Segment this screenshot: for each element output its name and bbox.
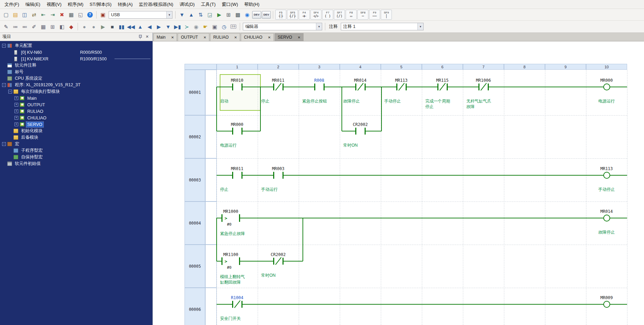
step-over-button[interactable]: ▶▮	[173, 22, 182, 31]
expand-icon[interactable]: +	[14, 103, 18, 107]
fkey-sf4-button[interactable]: SF4⊣/⊢	[310, 10, 321, 20]
tree-item-6[interactable]: −程序: XL_20191209_V15_R12_3T	[0, 82, 152, 88]
tree-item-17[interactable]: 自保持型宏	[0, 154, 152, 160]
continue-button[interactable]: ≻	[182, 22, 191, 31]
collapse-icon[interactable]: −	[8, 90, 12, 93]
tree-item-18[interactable]: 软元件初始值	[0, 160, 152, 167]
tree-item-10[interactable]: +RULIAO	[0, 108, 152, 115]
delete-row-button[interactable]: ≕	[20, 22, 29, 31]
print-button[interactable]: ▦	[67, 10, 76, 19]
coil-MR113[interactable]	[603, 172, 610, 179]
coil-MR009[interactable]	[603, 301, 610, 308]
capture-button[interactable]: ◧	[58, 22, 66, 31]
fkey-f8-button[interactable]: F8▭	[346, 10, 357, 20]
pin-icon[interactable]	[137, 34, 143, 40]
file-convert-button[interactable]: ⇄	[30, 10, 38, 19]
new-file-button[interactable]: ▢	[2, 10, 10, 19]
batch-monitor-button[interactable]: ▩	[234, 10, 242, 19]
compare-contact-MR1000[interactable]: >	[221, 214, 240, 222]
collapse-icon[interactable]: −	[2, 142, 6, 146]
dev-button-2[interactable]: DEV	[262, 11, 271, 19]
record-1-button[interactable]: ●	[80, 22, 89, 31]
overlap-button[interactable]: ▣	[210, 22, 219, 31]
record-2-button[interactable]: ●	[89, 22, 98, 31]
connection-combo[interactable]: USB▾	[109, 11, 172, 19]
fkey-sf7-button[interactable]: SF7(/)	[334, 10, 345, 20]
collapse-icon[interactable]: −	[2, 83, 6, 87]
nc-contact-MR113[interactable]	[396, 83, 407, 90]
nc-contact-MR011[interactable]	[273, 83, 284, 90]
run-button[interactable]: ▶	[99, 22, 107, 31]
tree-item-3[interactable]: 软元件注释	[0, 62, 152, 69]
menu-item-7[interactable]: 调试(D)	[176, 0, 198, 9]
fkey-f7-button[interactable]: F7( )	[322, 10, 333, 20]
nc-contact-MR115[interactable]	[437, 83, 448, 90]
monitor-button[interactable]: ◲	[206, 10, 214, 19]
menu-item-4[interactable]: ST/脚本(S)	[87, 0, 115, 9]
delete-button[interactable]: ✖	[58, 10, 66, 19]
verify-button[interactable]: ⇅	[196, 10, 205, 19]
expand-icon[interactable]: +	[14, 122, 18, 126]
expand-icon[interactable]: +	[14, 96, 18, 100]
coil-MR000[interactable]	[603, 83, 610, 90]
tab-output[interactable]: OUTPUT✕	[178, 33, 209, 41]
tree-item-0[interactable]: −单元配置	[0, 42, 152, 49]
ladder-editor[interactable]: 1234567891000001000020000300004000050000…	[153, 41, 644, 325]
fkey-f4-button[interactable]: F4⊣⊢	[299, 10, 310, 20]
close-icon[interactable]: ✕	[204, 36, 206, 39]
menu-item-1[interactable]: 编辑(E)	[22, 0, 43, 9]
file-export-button[interactable]: ⇥	[48, 10, 57, 19]
tree-item-11[interactable]: +CHULIAO	[0, 115, 152, 121]
menu-item-5[interactable]: 转换(A)	[115, 0, 136, 9]
close-icon[interactable]: ✕	[171, 36, 174, 39]
tab-chuliao[interactable]: CHULIAO✕	[241, 33, 274, 41]
fkey-sf5-button[interactable]: SF5┤/├	[287, 10, 298, 20]
tree-item-1[interactable]: [0] KV-N60R000/R500	[0, 49, 152, 56]
no-contact-MR010[interactable]	[232, 83, 242, 90]
close-icon[interactable]: ✕	[268, 36, 271, 39]
timer-button[interactable]: ◷	[220, 22, 228, 31]
device-monitor-button[interactable]: ◉	[243, 10, 251, 19]
menu-item-6[interactable]: 监控器/模拟器(N)	[136, 0, 177, 9]
file-import-button[interactable]: ⇤	[39, 10, 48, 19]
comm-settings-button[interactable]: ▣	[99, 10, 107, 19]
tree-item-2[interactable]: [1] KV-N8EXRR1000/R1500	[0, 56, 152, 62]
read-from-plc-button[interactable]: ▲	[187, 10, 196, 19]
stamp-button[interactable]: ◆	[67, 22, 76, 31]
open-project-button[interactable]: ▤	[11, 10, 20, 19]
hand-button[interactable]: ☛	[201, 22, 210, 31]
fkey-f5-button[interactable]: F5┤├	[275, 10, 286, 20]
menu-item-10[interactable]: 帮助(H)	[241, 0, 262, 9]
stop-button[interactable]: ■	[108, 22, 117, 31]
insert-row-button[interactable]: ≔	[11, 22, 20, 31]
edit-comment-button[interactable]: ✐	[30, 22, 38, 31]
print-preview-button[interactable]: ◱	[76, 10, 85, 19]
tree-item-7[interactable]: −每次扫描执行型模块	[0, 88, 152, 95]
scan-down-button[interactable]: ▼	[164, 22, 172, 31]
transfer-to-plc-button[interactable]: ▼	[178, 10, 186, 19]
tree-item-14[interactable]: 后备模块	[0, 134, 152, 141]
coil-MR014[interactable]	[603, 215, 610, 221]
editor-combo[interactable]: 编辑器▾	[243, 23, 322, 30]
no-contact-R008[interactable]	[314, 83, 325, 90]
tree-item-16[interactable]: 子程序型宏	[0, 147, 152, 154]
compare-contact-MR1100[interactable]: >	[221, 257, 240, 265]
tree-item-5[interactable]: CPU 系统设定	[0, 75, 152, 82]
menu-item-9[interactable]: 窗口(W)	[219, 0, 241, 9]
fkey-sf8-button[interactable]: SF8─	[357, 10, 368, 20]
tree-item-13[interactable]: 初始化模块	[0, 128, 152, 134]
view-image-button[interactable]: ▦	[39, 22, 48, 31]
fkey-f9-button[interactable]: F9──	[369, 10, 380, 20]
step-back-button[interactable]: ◀	[145, 22, 154, 31]
tree-item-4[interactable]: 标号	[0, 69, 152, 75]
nc-contact-MR014[interactable]	[355, 83, 366, 90]
no-contact-MR000[interactable]	[232, 128, 242, 135]
pause-button[interactable]: ▮▮	[117, 22, 126, 31]
menu-item-2[interactable]: 视图(V)	[43, 0, 65, 9]
tree-item-12[interactable]: +SERVO	[0, 121, 152, 128]
nc-contact-R1004[interactable]	[232, 301, 242, 308]
nc-contact-MR1006[interactable]	[478, 83, 489, 90]
edit-mode-button[interactable]: ✎	[2, 22, 10, 31]
dev-button-1[interactable]: DEV	[252, 11, 261, 19]
tab-main[interactable]: Main✕	[153, 33, 177, 41]
